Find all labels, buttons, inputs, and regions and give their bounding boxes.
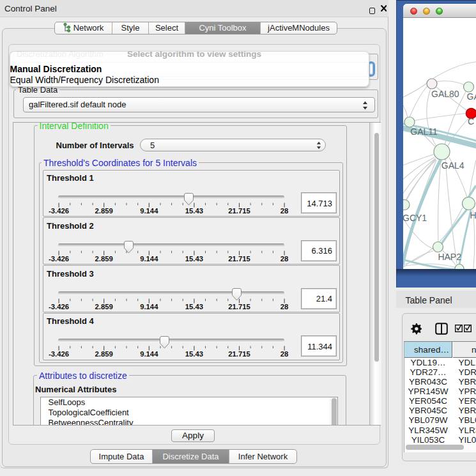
svg-text:9.144: 9.144 xyxy=(140,207,158,215)
svg-text:21.715: 21.715 xyxy=(228,303,250,311)
svg-text:-3.426: -3.426 xyxy=(49,303,69,311)
svg-text:-3.426: -3.426 xyxy=(49,255,69,263)
svg-text:2.859: 2.859 xyxy=(95,207,112,215)
svg-text:9.144: 9.144 xyxy=(140,255,158,263)
svg-text:9.144: 9.144 xyxy=(140,303,158,311)
svg-text:GA: GA xyxy=(467,91,476,101)
svg-text:H: H xyxy=(470,210,476,220)
svg-text:GAL4: GAL4 xyxy=(441,160,464,170)
svg-text:15.43: 15.43 xyxy=(185,303,203,311)
svg-text:21.715: 21.715 xyxy=(228,207,250,215)
svg-text:28: 28 xyxy=(280,303,288,311)
svg-text:28: 28 xyxy=(280,255,288,263)
svg-text:21.715: 21.715 xyxy=(228,255,250,263)
svg-text:28: 28 xyxy=(280,207,288,215)
svg-text:-3.426: -3.426 xyxy=(49,207,69,215)
svg-text:C: C xyxy=(468,116,474,127)
svg-text:2.859: 2.859 xyxy=(95,303,112,311)
svg-text:2.859: 2.859 xyxy=(95,255,112,263)
svg-text:GAL80: GAL80 xyxy=(431,88,459,98)
svg-text:15.43: 15.43 xyxy=(185,255,203,263)
svg-text:28: 28 xyxy=(280,351,288,358)
svg-text:2.859: 2.859 xyxy=(95,351,112,358)
svg-text:15.43: 15.43 xyxy=(185,351,203,358)
svg-text:GAL11: GAL11 xyxy=(410,126,438,136)
svg-text:9.144: 9.144 xyxy=(140,351,158,358)
svg-text:21.715: 21.715 xyxy=(228,351,250,358)
svg-text:15.43: 15.43 xyxy=(185,207,203,215)
svg-text:HAP2: HAP2 xyxy=(438,252,461,262)
svg-text:GCY1: GCY1 xyxy=(403,213,427,223)
svg-text:-3.426: -3.426 xyxy=(49,351,69,358)
